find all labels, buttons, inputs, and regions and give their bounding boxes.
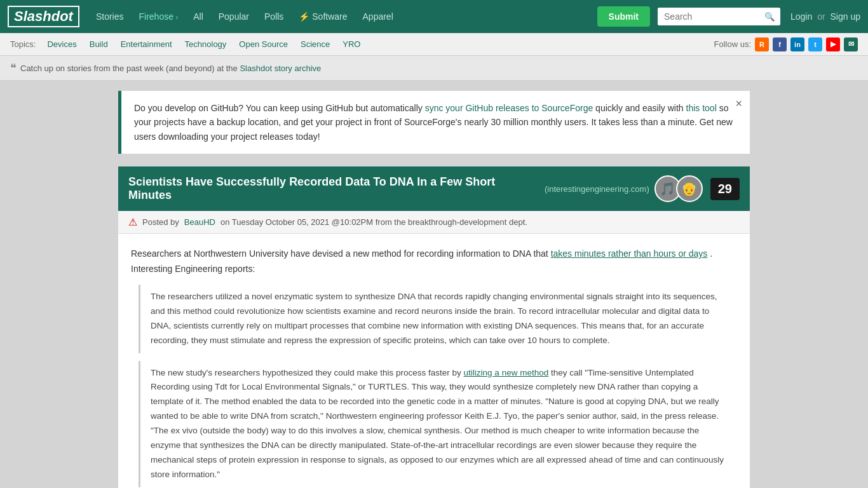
nav-firehose[interactable]: Firehose ›	[132, 8, 184, 25]
top-navigation: Slashdot Stories Firehose › All Popular …	[0, 0, 868, 33]
archive-bar: ❝ Catch up on stories from the past week…	[0, 56, 868, 81]
search-input[interactable]	[658, 8, 759, 25]
rss-icon[interactable]: R	[755, 37, 769, 51]
search-area: 🔍	[658, 8, 780, 25]
quote-mark: ❝	[10, 61, 17, 75]
article-intro-paragraph: Researchers at Northwestern University h…	[131, 247, 737, 277]
topic-open-source[interactable]: Open Source	[233, 39, 294, 49]
topic-science[interactable]: Science	[294, 39, 336, 49]
article-title: Scientists Have Successfully Recorded Da…	[128, 175, 534, 202]
twitter-icon[interactable]: t	[808, 37, 822, 51]
comment-count-badge[interactable]: 29	[710, 178, 740, 200]
nav-apparel[interactable]: Apparel	[356, 8, 400, 25]
firehose-chevron: ›	[176, 14, 178, 21]
article-header: Scientists Have Successfully Recorded Da…	[118, 166, 750, 211]
email-icon[interactable]: ✉	[844, 37, 858, 51]
body-intro-text: Researchers at Northwestern University h…	[131, 248, 548, 259]
nav-software[interactable]: ⚡ Software	[292, 8, 353, 25]
nav-popular[interactable]: Popular	[212, 8, 255, 25]
archive-link[interactable]: Slashdot story archive	[240, 64, 321, 73]
follow-us-label: Follow us:	[714, 39, 751, 49]
archive-text: Catch up on stories from the past week (…	[20, 64, 238, 73]
topic-entertainment[interactable]: Entertainment	[114, 39, 179, 49]
auth-links: Login or Sign up	[790, 11, 860, 22]
banner-close-button[interactable]: ×	[735, 97, 742, 111]
main-content: × Do you develop on GitHub? You can keep…	[113, 81, 755, 488]
article-blockquote-2: The new study's researchers hypothesized…	[139, 361, 737, 488]
blockquote2-link[interactable]: utilizing a new method	[464, 368, 549, 377]
article: Scientists Have Successfully Recorded Da…	[118, 166, 750, 488]
follow-us: Follow us: R f in t ▶ ✉	[714, 37, 858, 51]
facebook-icon[interactable]: f	[773, 37, 787, 51]
search-button[interactable]: 🔍	[759, 8, 780, 25]
nav-stories[interactable]: Stories	[90, 8, 130, 25]
topic-yro[interactable]: YRO	[336, 39, 367, 49]
article-author[interactable]: BeauHD	[184, 217, 215, 227]
nav-polls[interactable]: Polls	[258, 8, 290, 25]
linkedin-icon[interactable]: in	[790, 37, 804, 51]
topic-build[interactable]: Build	[83, 39, 114, 49]
topics-label: Topics:	[10, 39, 36, 49]
topic-devices[interactable]: Devices	[41, 39, 83, 49]
article-blockquote-1: The researchers utilized a novel enzymat…	[139, 285, 737, 353]
body-main-link[interactable]: takes minutes rather than hours or days	[551, 248, 708, 259]
site-logo[interactable]: Slashdot	[8, 6, 79, 27]
article-meta: ⚠ Posted by BeauHD on Tuesday October 05…	[118, 211, 750, 234]
nav-all[interactable]: All	[187, 8, 210, 25]
alert-icon: ⚠	[128, 216, 137, 228]
login-link[interactable]: Login	[790, 11, 812, 22]
auth-or: or	[817, 11, 825, 22]
banner-sync-link[interactable]: sync your GitHub releases to SourceForge	[425, 103, 593, 113]
signup-link[interactable]: Sign up	[831, 11, 860, 22]
avatar-2: 👴	[676, 175, 703, 202]
topics-bar: Topics: Devices Build Entertainment Tech…	[0, 33, 868, 56]
meta-posted-by: Posted by	[142, 217, 179, 227]
article-avatars: 🎵 👴	[660, 175, 703, 202]
blockquote2-text: The new study's researchers hypothesized…	[151, 366, 727, 483]
submit-button[interactable]: Submit	[597, 6, 650, 27]
banner-text-before: Do you develop on GitHub? You can keep u…	[134, 103, 423, 113]
banner-tool-link[interactable]: this tool	[686, 103, 717, 113]
topic-technology[interactable]: Technology	[179, 39, 233, 49]
article-source: (interestingengineering.com)	[545, 184, 649, 194]
github-banner: × Do you develop on GitHub? You can keep…	[118, 91, 750, 154]
banner-text-middle: quickly and easily with	[595, 103, 684, 113]
meta-date: on Tuesday October 05, 2021 @10:02PM fro…	[220, 217, 527, 227]
article-body: Researchers at Northwestern University h…	[118, 234, 750, 488]
nav-links: Stories Firehose › All Popular Polls ⚡ S…	[90, 8, 597, 25]
youtube-icon[interactable]: ▶	[826, 37, 840, 51]
